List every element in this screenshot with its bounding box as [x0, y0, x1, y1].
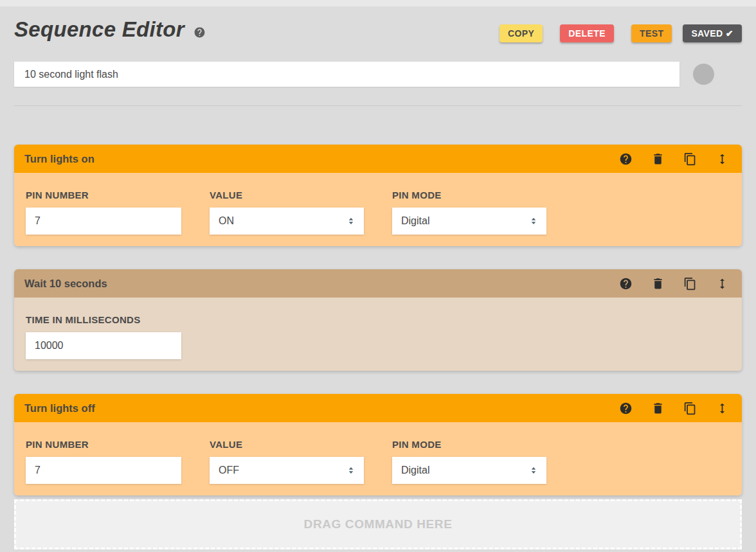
sort-arrows-icon [528, 463, 539, 477]
drop-zone-label: DRAG COMMAND HERE [304, 517, 453, 531]
command-header[interactable]: Wait 10 seconds [14, 269, 742, 298]
select-value: Digital [401, 465, 528, 476]
test-button[interactable]: TEST [631, 24, 672, 42]
move-vertical-icon[interactable] [716, 152, 729, 166]
duplicate-icon[interactable] [683, 402, 697, 415]
command-icon-bar [619, 402, 734, 415]
command-block-turn-lights-off: Turn lights off PIN NUMBER VALUE OFF [14, 394, 742, 495]
command-body: PIN NUMBER VALUE OFF PIN MODE Digital [14, 422, 742, 495]
sort-arrows-icon [528, 214, 539, 228]
drag-command-drop-zone[interactable]: DRAG COMMAND HERE [14, 499, 742, 549]
field-label: PIN MODE [392, 190, 546, 200]
pin-mode-select[interactable]: Digital [392, 208, 546, 235]
field-label: VALUE [210, 439, 364, 450]
value-select[interactable]: OFF [210, 457, 364, 484]
command-title: Wait 10 seconds [24, 278, 619, 290]
help-icon[interactable] [619, 277, 633, 290]
title-bar: Sequence Editor COPY DELETE TEST SAVED ✔ [14, 14, 742, 45]
pin-mode-select[interactable]: Digital [392, 457, 546, 484]
sort-arrows-icon [345, 463, 357, 477]
command-title: Turn lights off [24, 402, 619, 414]
sequence-name-row [14, 62, 742, 87]
pin-number-input[interactable] [26, 457, 181, 484]
move-vertical-icon[interactable] [716, 277, 729, 290]
field-pin-mode: PIN MODE Digital [392, 190, 546, 235]
select-value: Digital [401, 215, 528, 227]
field-time-ms: TIME IN MILLISECONDS [26, 314, 181, 359]
time-milliseconds-input[interactable] [26, 332, 181, 359]
top-strip [0, 0, 756, 6]
command-title: Turn lights on [24, 153, 619, 165]
command-header[interactable]: Turn lights off [14, 394, 742, 422]
trash-icon[interactable] [651, 402, 665, 415]
select-value: ON [219, 215, 345, 227]
divider [14, 105, 742, 106]
command-icon-bar [619, 277, 734, 290]
field-pin-number: PIN NUMBER [26, 439, 181, 484]
duplicate-icon[interactable] [683, 152, 697, 166]
field-label: PIN NUMBER [26, 439, 181, 450]
field-label: VALUE [210, 190, 364, 200]
delete-button[interactable]: DELETE [560, 24, 614, 42]
help-icon[interactable] [619, 152, 633, 166]
pin-number-input[interactable] [26, 208, 181, 235]
command-block-wait: Wait 10 seconds TIME IN MILLISECONDS [14, 269, 742, 371]
copy-button[interactable]: COPY [500, 24, 543, 42]
status-indicator-circle [693, 64, 714, 85]
field-label: PIN MODE [392, 439, 546, 450]
sequence-name-input[interactable] [14, 62, 680, 87]
page-title: Sequence Editor [14, 17, 184, 42]
field-pin-mode: PIN MODE Digital [392, 439, 546, 484]
command-icon-bar [619, 152, 734, 166]
action-buttons: COPY DELETE TEST SAVED ✔ [500, 24, 742, 42]
command-block-turn-lights-on: Turn lights on PIN NUMBER VALUE ON [14, 145, 742, 246]
help-icon[interactable] [619, 402, 633, 415]
help-icon[interactable] [194, 26, 206, 39]
saved-button[interactable]: SAVED ✔ [683, 24, 742, 42]
value-select[interactable]: ON [210, 208, 364, 235]
select-value: OFF [219, 465, 345, 476]
field-label: TIME IN MILLISECONDS [26, 314, 181, 325]
command-body: TIME IN MILLISECONDS [14, 298, 742, 371]
field-value: VALUE ON [210, 190, 364, 235]
command-header[interactable]: Turn lights on [14, 145, 742, 173]
duplicate-icon[interactable] [683, 277, 697, 290]
trash-icon[interactable] [651, 152, 665, 166]
move-vertical-icon[interactable] [716, 402, 729, 415]
field-value: VALUE OFF [210, 439, 364, 484]
field-label: PIN NUMBER [26, 190, 181, 200]
trash-icon[interactable] [651, 277, 665, 290]
sort-arrows-icon [345, 214, 357, 228]
command-body: PIN NUMBER VALUE ON PIN MODE Digital [14, 173, 742, 246]
field-pin-number: PIN NUMBER [26, 190, 181, 235]
